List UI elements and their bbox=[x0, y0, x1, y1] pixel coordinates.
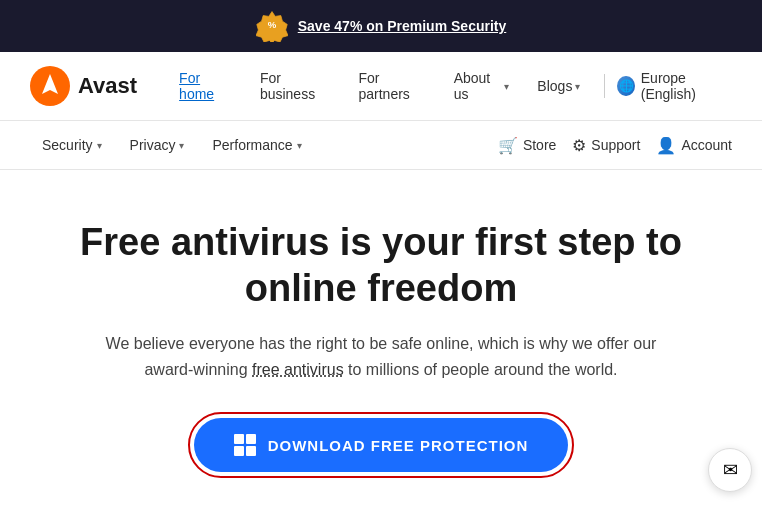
download-btn-wrapper: DOWNLOAD FREE PROTECTION bbox=[188, 412, 575, 478]
performance-chevron-icon: ▾ bbox=[297, 140, 302, 151]
about-chevron-icon: ▾ bbox=[504, 81, 509, 92]
free-antivirus-link[interactable]: free antivirus bbox=[252, 361, 344, 378]
globe-icon: 🌐 bbox=[617, 76, 635, 96]
secondary-nav: Security ▾ Privacy ▾ Performance ▾ 🛒 Sto… bbox=[0, 121, 762, 170]
hero-body: We believe everyone has the right to be … bbox=[81, 331, 681, 382]
windows-icon bbox=[234, 434, 256, 456]
chat-icon: ✉ bbox=[723, 459, 738, 481]
nav-links: For home For business For partners About… bbox=[167, 64, 732, 108]
main-nav: Avast For home For business For partners… bbox=[0, 52, 762, 121]
sec-nav-right: 🛒 Store ⚙ Support 👤 Account bbox=[498, 136, 732, 155]
blogs-chevron-icon: ▾ bbox=[575, 81, 580, 92]
account-icon: 👤 bbox=[656, 136, 676, 155]
hero-section: Free antivirus is your first step to onl… bbox=[0, 170, 762, 512]
sec-nav-privacy[interactable]: Privacy ▾ bbox=[118, 131, 197, 159]
account-link[interactable]: 👤 Account bbox=[656, 136, 732, 155]
security-chevron-icon: ▾ bbox=[97, 140, 102, 151]
cart-icon: 🛒 bbox=[498, 136, 518, 155]
nav-item-about-us[interactable]: About us ▾ bbox=[442, 64, 522, 108]
hero-heading: Free antivirus is your first step to onl… bbox=[80, 220, 682, 311]
logo-area[interactable]: Avast bbox=[30, 66, 137, 106]
banner-link[interactable]: Save 47% on Premium Security bbox=[298, 18, 507, 34]
avast-logo-icon bbox=[30, 66, 70, 106]
svg-text:%: % bbox=[267, 19, 276, 30]
top-banner: % Save 47% on Premium Security bbox=[0, 0, 762, 52]
badge-icon: % bbox=[256, 10, 288, 42]
sec-nav-performance[interactable]: Performance ▾ bbox=[200, 131, 313, 159]
nav-item-for-partners[interactable]: For partners bbox=[346, 64, 437, 108]
logo-text: Avast bbox=[78, 73, 137, 99]
privacy-chevron-icon: ▾ bbox=[179, 140, 184, 151]
nav-item-blogs[interactable]: Blogs ▾ bbox=[525, 72, 592, 100]
nav-item-for-business[interactable]: For business bbox=[248, 64, 343, 108]
support-icon: ⚙ bbox=[572, 136, 586, 155]
store-link[interactable]: 🛒 Store bbox=[498, 136, 556, 155]
support-link[interactable]: ⚙ Support bbox=[572, 136, 640, 155]
nav-item-for-home[interactable]: For home bbox=[167, 64, 244, 108]
region-label: Europe (English) bbox=[641, 70, 732, 102]
nav-separator bbox=[604, 74, 605, 98]
chat-bubble[interactable]: ✉ bbox=[708, 448, 752, 492]
download-button[interactable]: DOWNLOAD FREE PROTECTION bbox=[194, 418, 569, 472]
sec-nav-security[interactable]: Security ▾ bbox=[30, 131, 114, 159]
nav-region[interactable]: 🌐 Europe (English) bbox=[617, 70, 732, 102]
